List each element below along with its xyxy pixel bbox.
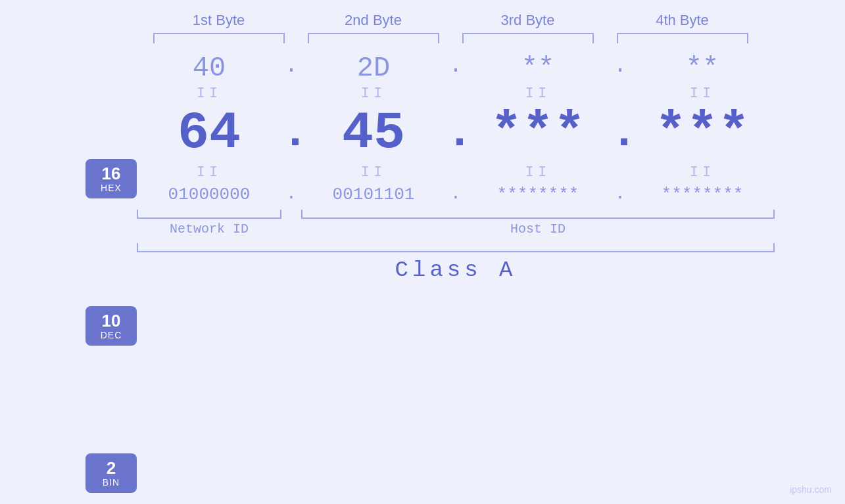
hex-dot-1: . [281,53,301,78]
overall-bracket [137,243,775,252]
bin-val-2: 00101101 [301,185,446,204]
badge-bin: 2 BIN [85,453,137,493]
bracket-net-id [137,210,281,219]
sep-1: II [137,85,281,102]
hex-dot-3: . [610,53,630,78]
bin-val-3: ******** [466,185,610,204]
class-label: Class A [137,258,775,283]
bracket-top-1 [153,33,285,43]
byte-header-1: 1st Byte [147,12,291,29]
sep-8: II [630,164,775,181]
badge-hex: 16 HEX [85,159,137,198]
hex-val-4: ** [630,53,775,84]
bracket-top-4 [617,33,748,43]
hex-dot-2: . [446,53,466,78]
dec-dot-2: . [446,107,466,159]
byte-header-4: 4th Byte [610,12,755,29]
bin-dot-1: . [281,183,301,204]
sep-2: II [301,85,446,102]
watermark: ipshu.com [790,484,832,495]
sep-5: II [137,164,281,181]
sep-4: II [630,85,775,102]
dec-row: 64 . 45 . *** . *** [137,103,775,163]
sep-row-1: II II II II [137,85,775,102]
hex-val-1: 40 [137,53,281,84]
hex-row: 40 . 2D . ** . ** [137,47,775,84]
bin-dot-2: . [446,183,466,204]
byte-header-2: 2nd Byte [301,12,446,29]
sep-3: II [466,85,610,102]
dec-dot-3: . [610,107,630,159]
dec-val-3: *** [466,103,610,163]
bin-dot-3: . [610,183,630,204]
badges-column: 16 HEX 10 DEC 2 BIN [85,54,137,493]
sep-7: II [466,164,610,181]
data-columns: 40 . 2D . ** . ** II II II II 64 [137,47,775,283]
bracket-top-2 [308,33,439,43]
bracket-top-3 [462,33,594,43]
top-brackets [85,33,760,43]
dec-val-4: *** [630,103,775,163]
host-id-label: Host ID [301,221,775,237]
bin-val-4: ******** [630,185,775,204]
bin-val-1: 01000000 [137,185,281,204]
network-id-label: Network ID [137,221,281,237]
byte-headers-row: 1st Byte 2nd Byte 3rd Byte 4th Byte [85,12,760,29]
bin-row: 01000000 . 00101101 . ******** . *******… [137,182,775,204]
hex-val-3: ** [466,53,610,84]
overall-bracket-section: Class A [137,243,775,283]
sep-6: II [301,164,446,181]
hex-val-2: 2D [301,53,446,84]
main-container: 1st Byte 2nd Byte 3rd Byte 4th Byte 16 H… [0,0,845,504]
sep-row-2: II II II II [137,164,775,181]
dec-val-1: 64 [137,103,281,163]
byte-header-3: 3rd Byte [456,12,600,29]
bottom-brackets-row: Network ID Host ID [137,210,775,237]
bracket-host-id [301,210,775,219]
badge-dec: 10 DEC [85,306,137,346]
dec-val-2: 45 [301,103,446,163]
dec-dot-1: . [281,107,301,159]
